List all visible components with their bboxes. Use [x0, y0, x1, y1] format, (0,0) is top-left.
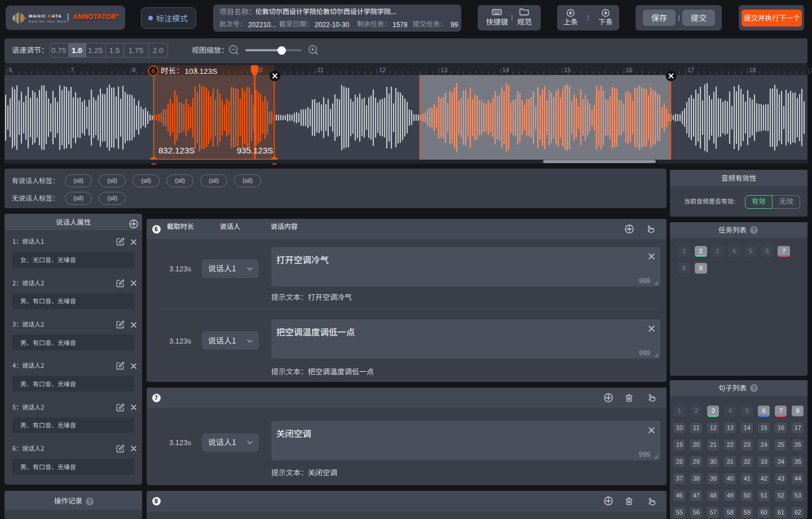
svg-text:18: 18 [749, 67, 756, 73]
svg-text:15: 15 [564, 67, 571, 73]
svg-text:17: 17 [687, 67, 694, 73]
svg-text:?: ? [752, 385, 756, 392]
svg-text:103.123S: 103.123S [185, 67, 218, 76]
svg-text:6: 6 [9, 67, 12, 73]
svg-text:832.123S: 832.123S [158, 146, 195, 155]
svg-text:6: 6 [151, 68, 155, 74]
svg-text:?: ? [752, 227, 756, 234]
svg-text:11: 11 [317, 67, 324, 73]
svg-text:?: ? [88, 499, 91, 505]
svg-text:16: 16 [626, 67, 633, 73]
svg-text:8: 8 [132, 67, 135, 73]
svg-text:12: 12 [379, 67, 386, 73]
svg-text:13: 13 [440, 67, 447, 73]
svg-text:7: 7 [70, 67, 74, 73]
svg-text:935.123S: 935.123S [237, 146, 273, 155]
svg-text:14: 14 [502, 67, 509, 73]
